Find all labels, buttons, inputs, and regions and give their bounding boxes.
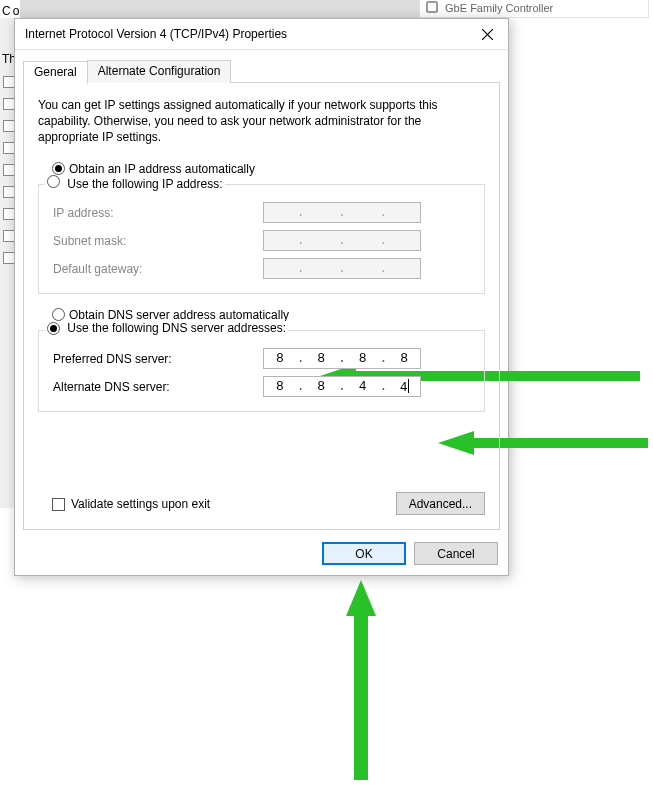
dns-auto-radio-row[interactable]: Obtain DNS server address automatically xyxy=(52,308,485,322)
ok-button[interactable]: OK xyxy=(322,542,406,565)
advanced-button-label: Advanced... xyxy=(409,497,472,511)
gateway-label: Default gateway: xyxy=(53,262,263,276)
validate-checkbox-row[interactable]: Validate settings upon exit xyxy=(52,497,210,511)
tab-general-label: General xyxy=(34,65,77,79)
ipv4-properties-dialog: Internet Protocol Version 4 (TCP/IPv4) P… xyxy=(14,18,509,576)
advanced-button[interactable]: Advanced... xyxy=(396,492,485,515)
close-icon xyxy=(482,29,493,40)
radio-icon xyxy=(47,322,60,335)
title-text: Internet Protocol Version 4 (TCP/IPv4) P… xyxy=(25,27,466,41)
text-caret-icon xyxy=(408,379,409,393)
ip-auto-label: Obtain an IP address automatically xyxy=(69,162,255,176)
tab-alternate-configuration[interactable]: Alternate Configuration xyxy=(87,60,232,83)
dns-manual-group: Use the following DNS server addresses: … xyxy=(38,330,485,412)
radio-icon xyxy=(52,162,65,175)
validate-label: Validate settings upon exit xyxy=(71,497,210,511)
bg-controller-text: GbE Family Controller xyxy=(445,2,553,14)
gateway-input: . . . xyxy=(263,258,421,279)
ip-address-label: IP address: xyxy=(53,206,263,220)
dialog-buttons: OK Cancel xyxy=(322,542,498,565)
radio-icon xyxy=(47,175,60,188)
ok-button-label: OK xyxy=(355,547,372,561)
preferred-dns-input[interactable]: 8. 8. 8. 8 xyxy=(263,348,421,369)
close-button[interactable] xyxy=(466,19,508,49)
preferred-dns-row: Preferred DNS server: 8. 8. 8. 8 xyxy=(53,345,474,373)
dns-auto-label: Obtain DNS server address automatically xyxy=(69,308,289,322)
ip-address-input: . . . xyxy=(263,202,421,223)
ip-octet[interactable]: 8 xyxy=(305,351,337,366)
radio-icon xyxy=(52,308,65,321)
gateway-row: Default gateway: . . . xyxy=(53,255,474,283)
tab-alternate-label: Alternate Configuration xyxy=(98,64,221,78)
ip-auto-radio-row[interactable]: Obtain an IP address automatically xyxy=(52,162,485,176)
checkbox-icon xyxy=(52,498,65,511)
alternate-dns-row: Alternate DNS server: 8. 8. 4. 4 xyxy=(53,373,474,401)
dns-manual-label: Use the following DNS server addresses: xyxy=(67,321,286,335)
ip-manual-group: Use the following IP address: IP address… xyxy=(38,184,485,294)
ip-octet[interactable]: 4 xyxy=(388,379,420,395)
alternate-dns-label: Alternate DNS server: xyxy=(53,380,263,394)
subnet-label: Subnet mask: xyxy=(53,234,263,248)
subnet-row: Subnet mask: . . . xyxy=(53,227,474,255)
bg-co-text: Co xyxy=(2,4,21,18)
tab-general[interactable]: General xyxy=(23,61,88,84)
bg-controller-box: GbE Family Controller xyxy=(419,0,649,18)
cancel-button[interactable]: Cancel xyxy=(414,542,498,565)
dns-manual-radio-row[interactable]: Use the following DNS server addresses: xyxy=(45,321,288,335)
description-text: You can get IP settings assigned automat… xyxy=(38,97,485,146)
titlebar[interactable]: Internet Protocol Version 4 (TCP/IPv4) P… xyxy=(15,19,508,50)
tab-panel-general: You can get IP settings assigned automat… xyxy=(23,82,500,530)
ip-octet[interactable]: 8 xyxy=(264,379,296,394)
ip-address-row: IP address: . . . xyxy=(53,199,474,227)
ip-octet[interactable]: 4 xyxy=(347,379,379,394)
alternate-dns-input[interactable]: 8. 8. 4. 4 xyxy=(263,376,421,397)
tabbar: General Alternate Configuration xyxy=(23,60,500,83)
ip-octet[interactable]: 8 xyxy=(305,379,337,394)
ip-manual-radio-row[interactable]: Use the following IP address: xyxy=(45,175,225,191)
cancel-button-label: Cancel xyxy=(437,547,474,561)
preferred-dns-label: Preferred DNS server: xyxy=(53,352,263,366)
subnet-input: . . . xyxy=(263,230,421,251)
bg-strip xyxy=(20,0,450,18)
ip-manual-label: Use the following IP address: xyxy=(67,177,222,191)
ip-octet[interactable]: 8 xyxy=(264,351,296,366)
ip-octet[interactable]: 8 xyxy=(388,351,420,366)
ip-octet[interactable]: 8 xyxy=(347,351,379,366)
